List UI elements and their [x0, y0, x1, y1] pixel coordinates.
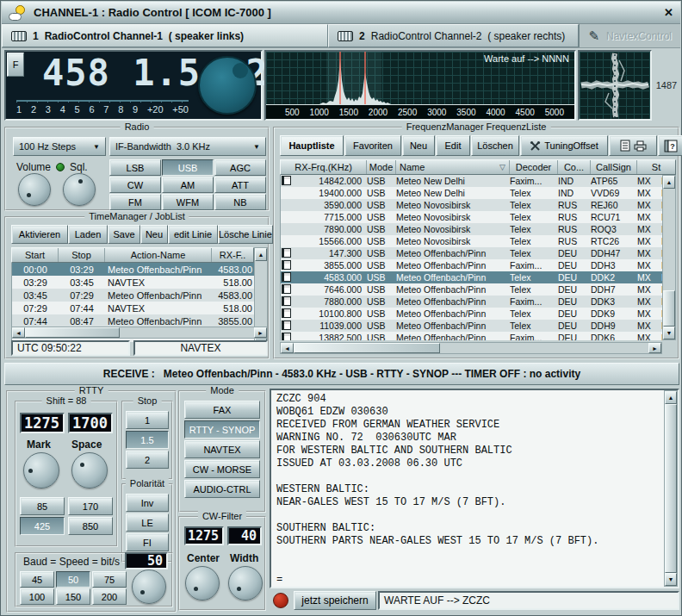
save-button[interactable]: Save	[108, 225, 140, 244]
f-button[interactable]: F	[7, 53, 24, 77]
table-row[interactable]: 3590.000USBMeteo NovosibirskTelexRUSREJ6…	[281, 199, 662, 211]
timemanager-hscrollbar[interactable]: ◄ ►	[11, 327, 268, 339]
scroll-left-icon[interactable]: ◄	[12, 327, 25, 338]
cw-morse-mode-button[interactable]: CW - MORSE	[184, 460, 260, 478]
mode-button-att[interactable]: ATT	[214, 177, 266, 193]
shift-170-button[interactable]: 170	[68, 497, 113, 515]
volume-knob[interactable]	[18, 173, 51, 206]
hauptliste-tab-button[interactable]: Hauptliste	[280, 135, 344, 156]
table-row[interactable]: 11039.000USBMeteo Offenbach/PinnTelexDEU…	[281, 320, 662, 332]
scroll-left-icon[interactable]: ◄	[281, 343, 294, 353]
header-stop[interactable]: Stop	[59, 248, 105, 262]
frequency-table-body[interactable]: 14842.000USBMeteo New DelhiFaxim...INDAT…	[280, 175, 662, 340]
scroll-up-icon[interactable]: ▲	[663, 176, 675, 189]
baud-45-button[interactable]: 45	[20, 571, 54, 588]
table-row[interactable]: 19400.000USBMeteo New DelhiTelexINDVVD69…	[281, 187, 662, 199]
header-status[interactable]: St	[637, 160, 675, 174]
table-row[interactable]: 4583.000USBMeteo Offenbach/PinnTelexDEUD…	[281, 271, 662, 283]
table-row[interactable]: 07:2907:44NAVTEX518.00	[12, 302, 254, 314]
mode-button-cw[interactable]: CW	[109, 177, 161, 193]
baud-100-button[interactable]: 100	[20, 588, 54, 605]
aktivieren-button[interactable]: Aktivieren	[11, 225, 68, 244]
shift-85-button[interactable]: 85	[20, 497, 65, 515]
neu-button[interactable]: Neu	[140, 225, 168, 244]
table-row[interactable]: 3855.000USBMeteo Offenbach/PinnFaxim...D…	[281, 259, 662, 271]
table-row[interactable]: 14842.000USBMeteo New DelhiFaxim...INDAT…	[281, 175, 662, 187]
polarity-le-button[interactable]: LE	[126, 513, 169, 532]
freqmanager-vscrollbar[interactable]: ▲ ▼	[662, 175, 676, 340]
scroll-up-icon[interactable]: ▲	[665, 391, 677, 404]
squelch-knob[interactable]	[63, 173, 96, 206]
tuningoffset-button[interactable]: TuningOffset	[520, 135, 608, 156]
polarity-inv-button[interactable]: Inv	[126, 494, 169, 512]
header-rx-frq[interactable]: RX-Frq.(KHz)	[281, 160, 367, 174]
fax-mode-button[interactable]: FAX	[184, 401, 260, 419]
tab-channel-1[interactable]: 1 RadioControl Channel-1 ( speaker links…	[2, 24, 328, 47]
scroll-down-icon[interactable]: ▼	[663, 327, 675, 339]
header-action-name[interactable]: Action-Name	[105, 248, 212, 262]
audio-ctrl-mode-button[interactable]: AUDIO-CTRL	[184, 480, 260, 498]
baud-75-button[interactable]: 75	[92, 571, 127, 588]
scroll-thumb[interactable]	[25, 327, 120, 338]
mode-button-wfm[interactable]: WFM	[162, 194, 214, 210]
header-start[interactable]: Start	[12, 248, 59, 262]
baud-knob[interactable]	[132, 569, 166, 604]
stop-2-button[interactable]: 2	[126, 451, 169, 469]
header-rx-frq[interactable]: RX-F..	[212, 248, 253, 262]
header-name[interactable]: Name▽	[396, 160, 510, 174]
stop-1-button[interactable]: 1	[126, 411, 169, 429]
help-button[interactable]: ?	[658, 135, 682, 156]
step-size-dropdown[interactable]: 100 Hz Steps ▼	[13, 137, 106, 156]
if-bandwidth-dropdown[interactable]: IF-Bandwidth 3.0 KHz ▼	[109, 137, 266, 156]
baud-200-button[interactable]: 200	[92, 588, 127, 605]
table-row[interactable]: 7890.000USBMeteo NovosibirskTelexRUSROQ3…	[281, 223, 662, 235]
scroll-right-icon[interactable]: ►	[254, 327, 267, 338]
shift-850-button[interactable]: 850	[68, 517, 113, 535]
scroll-down-icon[interactable]: ▼	[665, 573, 677, 586]
sort-icon[interactable]: ▽	[499, 163, 505, 171]
table-row[interactable]: 07:4408:47Meteo Offenbach/Pinn3855.00	[12, 314, 254, 327]
table-row[interactable]: 7880.000USBMeteo Offenbach/PinnFaxim...D…	[281, 296, 662, 308]
neu-button[interactable]: Neu	[402, 135, 435, 156]
freqmanager-table-header[interactable]: RX-Frq.(KHz) Mode Name▽ Decoder Co... Ca…	[280, 159, 676, 175]
cw-width-knob[interactable]	[228, 566, 263, 600]
tab-navtexcontrol[interactable]: ✎ NavtexControl	[579, 24, 680, 47]
header-callsign[interactable]: CallSign	[591, 160, 637, 174]
edit-linie-button[interactable]: edit Linie	[168, 225, 218, 244]
tab-channel-2[interactable]: 2 RadioControl Channel-2 ( speaker recht…	[328, 24, 579, 47]
scroll-up-icon[interactable]: ▲	[255, 248, 267, 261]
mode-button-am[interactable]: AM	[162, 177, 214, 193]
mode-button-agc[interactable]: AGC	[214, 159, 266, 176]
rtty-synop-mode-button[interactable]: RTTY - SYNOP	[184, 420, 260, 439]
scroll-thumb[interactable]	[294, 343, 440, 353]
scroll-thumb[interactable]	[665, 404, 677, 573]
loesche-linie-button[interactable]: Lösche Linie	[218, 225, 273, 244]
jetzt-speichern-button[interactable]: jetzt speichern	[294, 591, 376, 610]
freqmanager-hscrollbar[interactable]: ◄ ►	[280, 342, 662, 354]
table-row[interactable]: 10100.800USBMeteo Offenbach/PinnTelexDEU…	[281, 308, 662, 320]
mode-button-nb[interactable]: NB	[214, 194, 266, 210]
mode-button-lsb[interactable]: LSB	[109, 159, 161, 176]
terminal-vscrollbar[interactable]: ▲ ▼	[664, 390, 678, 587]
baud-50-button[interactable]: 50	[56, 571, 90, 588]
laden-button[interactable]: Laden	[68, 225, 108, 244]
report-print-button[interactable]	[609, 135, 657, 156]
space-knob[interactable]	[71, 452, 108, 488]
stop-1-5-button[interactable]: 1.5	[126, 431, 169, 449]
header-mode[interactable]: Mode	[367, 160, 396, 174]
favoriten-tab-button[interactable]: Favoriten	[344, 135, 401, 156]
loeschen-button[interactable]: Löschen	[471, 135, 519, 156]
navtex-mode-button[interactable]: NAVTEX	[184, 440, 260, 458]
table-row[interactable]: 147.300USBMeteo Offenbach/PinnTelexDEUDD…	[281, 247, 662, 259]
scroll-right-icon[interactable]: ►	[648, 343, 661, 353]
table-row[interactable]: 7715.000USBMeteo NovosibirskTelexRUSRCU7…	[281, 211, 662, 223]
scroll-thumb[interactable]	[663, 290, 675, 327]
close-icon[interactable]: ✕	[664, 6, 673, 19]
cw-center-knob[interactable]	[185, 566, 220, 600]
table-row[interactable]: 15566.000USBMeteo NovosibirskTelexRUSRTC…	[281, 235, 662, 247]
shift-425-button[interactable]: 425	[20, 517, 65, 535]
table-row[interactable]: 03:2903:45NAVTEX518.00	[12, 276, 254, 289]
table-row[interactable]: 00:0003:29Meteo Offenbach/Pinn4583.00	[12, 263, 254, 276]
mode-button-fm[interactable]: FM	[109, 194, 161, 210]
polarity-fi-button[interactable]: FI	[126, 533, 169, 551]
